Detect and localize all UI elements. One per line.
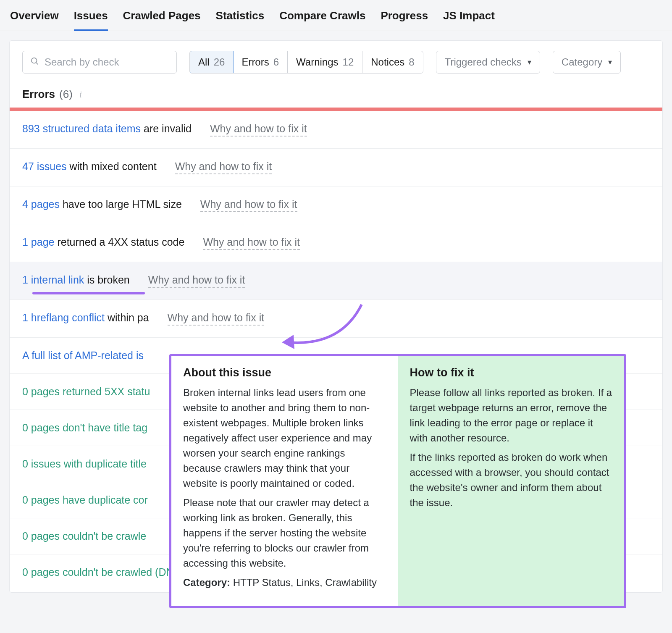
search-input[interactable] [45,56,170,68]
tab-overview[interactable]: Overview [10,9,59,31]
why-fix-link[interactable]: Why and how to fix it [200,198,297,212]
about-category: Category: HTTP Status, Links, Crawlabili… [183,575,386,590]
tab-statistics[interactable]: Statistics [216,9,265,31]
issue-row[interactable]: 1 page returned a 4XX status codeWhy and… [10,224,662,262]
tab-progress[interactable]: Progress [381,9,428,31]
filter-warnings-label: Warnings [296,56,338,68]
issue-text: A full list of AMP-related is [22,349,144,362]
triggered-checks-label: Triggered checks [445,56,522,68]
fix-body-1: Please follow all links reported as brok… [410,385,613,446]
info-icon[interactable]: i [79,89,82,100]
filter-notices-count: 8 [409,56,414,68]
tab-crawled-pages[interactable]: Crawled Pages [123,9,201,31]
about-body-1: Broken internal links lead users from on… [183,385,386,491]
filter-all-label: All [198,56,210,68]
popover-fix: How to fix it Please follow all links re… [398,356,625,606]
why-fix-link[interactable]: Why and how to fix it [175,160,272,174]
issue-link[interactable]: 4 pages [22,198,60,210]
issue-row[interactable]: 893 structured data items are invalidWhy… [10,111,662,149]
severity-bar [10,108,662,111]
why-fix-link[interactable]: Why and how to fix it [210,123,307,137]
filter-all[interactable]: All 26 [189,51,234,74]
chevron-down-icon: ▾ [608,58,612,67]
triggered-checks-dropdown[interactable]: Triggered checks ▾ [436,51,540,74]
issue-row[interactable]: 4 pages have too large HTML sizeWhy and … [10,186,662,224]
issue-text: 1 hreflang conflict within pa [22,312,149,324]
section-title: Errors [22,88,55,101]
tab-compare-crawls[interactable]: Compare Crawls [279,9,365,31]
fix-body-2: If the links reported as broken do work … [410,450,613,510]
issue-rest: have too large HTML size [60,198,182,210]
filter-errors-label: Errors [242,56,269,68]
filter-all-count: 26 [214,56,225,68]
search-box[interactable] [22,51,177,74]
filter-notices-label: Notices [371,56,404,68]
issue-rest: returned a 4XX status code [54,236,184,248]
issue-zero-text: 0 pages don't have title tag [22,422,147,433]
issue-rest: with mixed content [67,160,157,172]
annotation-underline [32,292,145,294]
issue-text: 1 internal link is broken [22,274,130,286]
svg-line-1 [36,63,38,65]
toolbar: All 26 Errors 6 Warnings 12 Notices 8 Tr… [10,41,662,81]
issue-text: 0 pages couldn't be crawle [22,530,146,542]
issue-zero-text: 0 pages couldn't be crawle [22,530,146,542]
issue-row[interactable]: 47 issues with mixed contentWhy and how … [10,149,662,186]
issue-link[interactable]: 893 structured data items [22,123,141,134]
filter-warnings[interactable]: Warnings 12 [288,51,362,73]
filter-notices[interactable]: Notices 8 [362,51,423,73]
issue-text: 0 pages have duplicate cor [22,494,148,506]
popover-about: About this issue Broken internal links l… [171,356,398,606]
issue-text: 0 pages don't have title tag [22,422,147,434]
issue-text: 1 page returned a 4XX status code [22,236,184,248]
issue-link[interactable]: A full list of AMP-related is [22,349,144,361]
section-count: (6) [59,88,73,101]
issue-text: 4 pages have too large HTML size [22,198,182,210]
filter-errors-count: 6 [273,56,279,68]
issue-text: 893 structured data items are invalid [22,123,192,135]
chevron-down-icon: ▾ [528,58,531,67]
category-value: HTTP Status, Links, Crawlability [230,577,377,588]
issue-zero-text: 0 issues with duplicate title [22,458,147,470]
issue-link[interactable]: 1 page [22,236,54,248]
issue-popover: About this issue Broken internal links l… [169,354,626,608]
section-header: Errors (6) i [10,81,662,108]
why-fix-link[interactable]: Why and how to fix it [148,274,245,288]
about-title: About this issue [183,366,386,379]
filter-errors[interactable]: Errors 6 [233,51,288,73]
fix-title: How to fix it [410,366,613,379]
issue-row[interactable]: 1 hreflang conflict within paWhy and how… [10,300,662,338]
category-dropdown[interactable]: Category ▾ [553,51,621,74]
category-label: Category [562,56,602,68]
issue-rest: are invalid [141,123,192,134]
why-fix-link[interactable]: Why and how to fix it [203,236,300,250]
issue-zero-text: 0 pages returned 5XX statu [22,386,150,397]
issue-text: 47 issues with mixed content [22,160,157,173]
search-icon [30,57,39,68]
issue-rest: is broken [84,274,129,286]
severity-filter: All 26 Errors 6 Warnings 12 Notices 8 [189,51,423,74]
issue-text: 0 issues with duplicate title [22,458,147,470]
issue-text: 0 pages returned 5XX statu [22,386,150,398]
issue-link[interactable]: 47 issues [22,160,67,172]
svg-point-0 [32,58,37,63]
main-tabs: Overview Issues Crawled Pages Statistics… [0,0,672,31]
category-label-text: Category: [183,577,230,588]
tab-issues[interactable]: Issues [74,9,108,31]
tab-js-impact[interactable]: JS Impact [443,9,495,31]
issue-link[interactable]: 1 internal link [22,274,84,286]
about-body-2: Please note that our crawler may detect … [183,495,386,571]
issues-panel: All 26 Errors 6 Warnings 12 Notices 8 Tr… [9,40,663,593]
issue-rest: within pa [105,312,149,323]
issue-zero-text: 0 pages have duplicate cor [22,494,148,506]
issue-row[interactable]: 1 internal link is brokenWhy and how to … [10,262,662,300]
why-fix-link[interactable]: Why and how to fix it [168,312,265,326]
issue-link[interactable]: 1 hreflang conflict [22,312,105,323]
filter-warnings-count: 12 [343,56,354,68]
